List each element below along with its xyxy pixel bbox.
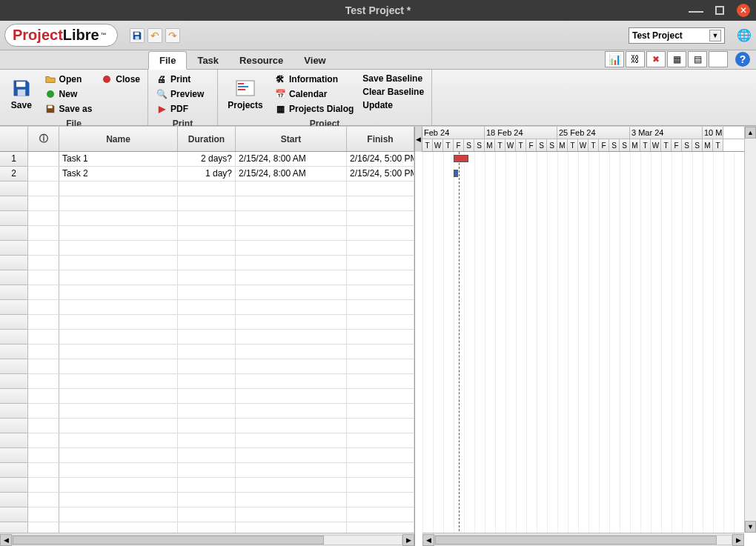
tab-task[interactable]: Task	[187, 52, 229, 69]
close-button[interactable]: Close	[99, 73, 142, 86]
task-row-empty[interactable]	[0, 330, 414, 344]
row-number[interactable]	[0, 359, 28, 374]
tab-file[interactable]: File	[148, 51, 187, 70]
qat-undo-button[interactable]: ↶	[147, 28, 162, 43]
cell-info[interactable]	[28, 152, 59, 167]
task-row-empty[interactable]	[0, 359, 414, 374]
row-number[interactable]	[0, 285, 28, 300]
grid-header-duration[interactable]: Duration	[178, 127, 236, 151]
row-number[interactable]	[0, 330, 28, 344]
scroll-down-button[interactable]: ▼	[745, 521, 756, 533]
row-number[interactable]	[0, 241, 28, 256]
scroll-left-button[interactable]: ◀	[0, 534, 12, 546]
cell-finish[interactable]: 2/15/24, 5:00 PM	[347, 167, 414, 182]
window-maximize-button[interactable]	[713, 4, 726, 17]
open-button[interactable]: Open	[43, 73, 94, 86]
clear-baseline-button[interactable]: Clear Baseline	[361, 86, 425, 98]
row-number[interactable]: 1	[0, 152, 28, 167]
cell-start[interactable]: 2/15/24, 8:00 AM	[236, 152, 347, 167]
project-selector[interactable]: Test Project ▼	[629, 27, 725, 44]
scroll-right-button[interactable]: ▶	[402, 534, 414, 546]
task-row-empty[interactable]	[0, 493, 414, 507]
task-row[interactable]: 1 Task 1 2 days? 2/15/24, 8:00 AM 2/16/2…	[0, 152, 414, 167]
save-baseline-button[interactable]: Save Baseline	[361, 73, 425, 84]
row-number[interactable]	[0, 404, 28, 419]
row-number[interactable]	[0, 344, 28, 359]
update-button[interactable]: Update	[361, 99, 425, 111]
save-as-button[interactable]: Save as	[43, 102, 94, 116]
view-blank-button[interactable]	[709, 51, 728, 67]
row-number[interactable]	[0, 522, 28, 533]
task-grid-body[interactable]: 1 Task 1 2 days? 2/15/24, 8:00 AM 2/16/2…	[0, 152, 414, 533]
new-button[interactable]: New	[43, 87, 94, 101]
scroll-up-button[interactable]: ▲	[745, 127, 756, 139]
task-row-empty[interactable]	[0, 256, 414, 270]
task-row-empty[interactable]	[0, 226, 414, 241]
task-row-empty[interactable]	[0, 478, 414, 493]
row-number[interactable]	[0, 448, 28, 463]
view-gantt-button[interactable]: 📊	[605, 51, 624, 67]
row-number[interactable]	[0, 270, 28, 285]
task-row-empty[interactable]	[0, 300, 414, 315]
grid-header-start[interactable]: Start	[236, 127, 347, 151]
task-row-empty[interactable]	[0, 315, 414, 330]
cell-name[interactable]: Task 2	[59, 167, 178, 182]
row-number[interactable]	[0, 256, 28, 270]
scroll-left-button[interactable]: ◀	[422, 534, 434, 546]
task-row-empty[interactable]	[0, 507, 414, 522]
task-row-empty[interactable]	[0, 419, 414, 433]
view-wbs-button[interactable]: ▦	[667, 51, 686, 67]
gantt-vertical-scrollbar[interactable]: ▲ ▼	[744, 127, 756, 533]
information-button[interactable]: 🛠 Information	[273, 73, 355, 86]
task-row-empty[interactable]	[0, 211, 414, 226]
grid-header-finish[interactable]: Finish	[347, 127, 414, 151]
projects-dialog-button[interactable]: ▦ Projects Dialog	[273, 102, 355, 116]
row-number[interactable]	[0, 507, 28, 522]
scroll-track[interactable]	[434, 535, 732, 545]
cell-duration[interactable]: 2 days?	[178, 152, 236, 167]
task-row-empty[interactable]	[0, 463, 414, 478]
grid-header-rownum[interactable]	[0, 127, 28, 151]
scroll-thumb[interactable]	[435, 536, 717, 545]
cell-start[interactable]: 2/15/24, 8:00 AM	[236, 167, 347, 182]
gantt-scroll-left-button[interactable]: ◀	[415, 127, 422, 152]
save-button[interactable]: Save	[4, 71, 39, 117]
view-network-button[interactable]: ⛓	[626, 51, 645, 67]
row-number[interactable]	[0, 211, 28, 226]
help-button[interactable]: ?	[735, 52, 750, 67]
grid-header-name[interactable]: Name	[59, 127, 178, 151]
row-number[interactable]	[0, 419, 28, 433]
task-row-empty[interactable]	[0, 344, 414, 359]
calendar-button[interactable]: 📅 Calendar	[273, 87, 355, 101]
row-number[interactable]	[0, 478, 28, 493]
window-close-button[interactable]: ✕	[737, 4, 750, 17]
row-number[interactable]	[0, 493, 28, 507]
task-row[interactable]: 2 Task 2 1 day? 2/15/24, 8:00 AM 2/15/24…	[0, 167, 414, 182]
scroll-track[interactable]	[12, 535, 402, 545]
task-row-empty[interactable]	[0, 285, 414, 300]
task-row-empty[interactable]	[0, 448, 414, 463]
row-number[interactable]	[0, 300, 28, 315]
row-number[interactable]: 2	[0, 167, 28, 182]
pdf-button[interactable]: ▶ PDF	[154, 102, 205, 116]
task-row-empty[interactable]	[0, 404, 414, 419]
cell-finish[interactable]: 2/16/24, 5:00 PM	[347, 152, 414, 167]
task-row-empty[interactable]	[0, 433, 414, 448]
row-number[interactable]	[0, 196, 28, 211]
task-row-empty[interactable]	[0, 374, 414, 389]
row-number[interactable]	[0, 315, 28, 330]
row-number[interactable]	[0, 463, 28, 478]
scroll-track[interactable]	[745, 139, 756, 521]
tab-view[interactable]: View	[294, 52, 336, 69]
qat-redo-button[interactable]: ↷	[165, 28, 180, 43]
scroll-thumb[interactable]	[13, 536, 324, 545]
row-number[interactable]	[0, 226, 28, 241]
view-histogram-button[interactable]: ▤	[688, 51, 707, 67]
row-number[interactable]	[0, 433, 28, 448]
task-row-empty[interactable]	[0, 522, 414, 533]
qat-save-button[interactable]	[130, 28, 145, 43]
globe-icon[interactable]: 🌐	[737, 28, 752, 43]
tab-resource[interactable]: Resource	[229, 52, 294, 69]
cell-info[interactable]	[28, 167, 59, 182]
task-row-empty[interactable]	[0, 196, 414, 211]
